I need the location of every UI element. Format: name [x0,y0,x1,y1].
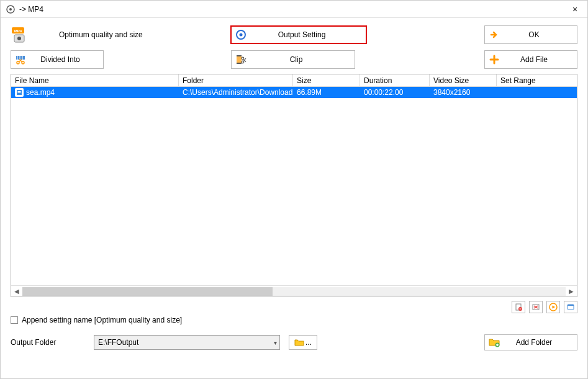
scroll-right-icon[interactable]: ▶ [566,287,577,297]
svg-point-7 [240,33,243,37]
svg-rect-28 [520,309,522,310]
append-setting-row: Append setting name [Optimum quality and… [1,314,587,331]
divided-into-label: Divided Into [30,55,103,64]
clip-label: Clip [250,55,355,64]
append-setting-checkbox[interactable] [11,316,18,324]
info-button[interactable] [564,301,577,313]
browse-folder-button[interactable]: ... [289,335,317,350]
svg-rect-16 [237,55,242,64]
quality-label: Optimum quality and size [53,30,214,39]
svg-rect-17 [237,55,242,56]
svg-rect-24 [18,91,21,92]
file-icon [15,88,24,97]
scissors-icon [11,54,30,65]
film-scissors-icon [232,54,250,65]
output-folder-label: Output Folder [11,338,85,347]
col-setrange[interactable]: Set Range [497,74,577,86]
horizontal-scrollbar[interactable]: ◀ ▶ [11,285,577,297]
arrow-right-icon [485,30,504,40]
table-row[interactable]: sea.mp4 C:\Users\Administrator\Downloads… [11,87,577,98]
action-icons-row [1,297,587,314]
browse-ellipsis: ... [305,338,312,347]
folder-plus-icon [485,337,504,347]
col-videosize[interactable]: Video Size [430,74,497,86]
col-folder[interactable]: Folder [179,74,293,86]
scroll-track[interactable] [22,287,566,296]
svg-point-1 [9,8,12,11]
col-duration[interactable]: Duration [360,74,430,86]
cell-filename: sea.mp4 [26,88,55,97]
chevron-down-icon: ▾ [274,339,277,346]
close-button[interactable]: × [568,2,582,17]
append-setting-label: Append setting name [Optimum quality and… [22,316,182,324]
table-header: File Name Folder Size Duration Video Siz… [11,74,577,87]
app-icon [6,4,16,14]
svg-rect-25 [18,92,21,93]
cell-folder: C:\Users\Administrator\Downloads [179,88,293,97]
mp4-format-icon: MP4 [11,26,28,43]
output-setting-label: Output Setting [250,30,366,39]
col-filename[interactable]: File Name [11,74,179,86]
clip-button[interactable]: Clip [231,50,355,69]
clear-list-button[interactable] [529,301,543,313]
remove-file-button[interactable] [512,301,525,313]
svg-text:MP4: MP4 [14,29,22,33]
add-file-label: Add File [504,55,577,64]
table-body: sea.mp4 C:\Users\Administrator\Downloads… [11,87,577,285]
gear-icon [232,29,250,40]
play-button[interactable] [546,301,560,313]
cell-size: 66.89M [293,88,360,97]
add-file-button[interactable]: Add File [484,50,577,69]
folder-icon [294,338,304,347]
toolbar: MP4 Optimum quality and size Output Sett… [1,18,587,73]
window-title: -> MP4 [19,5,43,14]
file-table: File Name Folder Size Duration Video Siz… [11,74,577,297]
scroll-thumb[interactable] [22,287,273,296]
svg-marker-33 [553,306,556,309]
output-folder-row: Output Folder E:\FFOutput ▾ ... Add Fold… [1,331,587,357]
scroll-left-icon[interactable]: ◀ [11,287,22,297]
svg-rect-35 [568,305,574,306]
add-folder-button[interactable]: Add Folder [484,334,577,350]
svg-point-5 [17,37,21,40]
divided-into-button[interactable]: Divided Into [11,50,104,69]
titlebar: -> MP4 × [1,1,587,18]
output-folder-value: E:\FFOutput [98,338,138,347]
cell-videosize: 3840x2160 [430,88,497,97]
ok-button[interactable]: OK [484,25,577,44]
plus-icon [485,55,504,65]
svg-rect-18 [237,63,242,64]
cell-duration: 00:00:22.00 [360,88,430,97]
add-folder-label: Add Folder [504,338,577,347]
ok-label: OK [504,30,577,39]
output-folder-select[interactable]: E:\FFOutput ▾ [94,335,280,350]
col-size[interactable]: Size [293,74,360,86]
output-setting-button[interactable]: Output Setting [230,25,367,44]
